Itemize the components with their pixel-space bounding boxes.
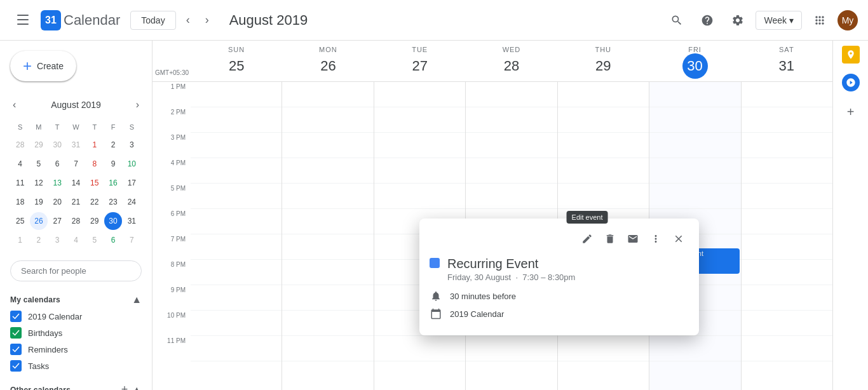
menu-button[interactable] [10,8,36,33]
hour-cell[interactable] [374,107,465,133]
hour-cell[interactable] [742,209,832,234]
mini-prev-button[interactable]: ‹ [10,97,18,113]
mini-cal-day[interactable]: 14 [67,174,85,192]
hour-cell[interactable] [282,336,373,361]
hour-cell[interactable] [558,336,649,361]
search-button[interactable] [664,8,689,33]
hour-cell[interactable] [742,133,832,158]
mini-cal-day[interactable]: 3 [49,231,66,249]
hour-cell[interactable] [742,184,832,209]
settings-button[interactable] [725,8,750,33]
hour-cell[interactable] [742,158,832,184]
hour-cell[interactable] [558,133,649,158]
mini-cal-day[interactable]: 5 [30,155,47,173]
mini-cal-day[interactable]: 31 [67,136,85,154]
hour-cell[interactable] [466,82,557,107]
close-popup-button[interactable] [668,229,689,249]
hour-cell[interactable] [282,158,373,184]
day-number[interactable]: 28 [499,53,524,79]
side-icon-1[interactable] [842,46,860,64]
hour-cell[interactable] [282,260,373,285]
hour-cell[interactable] [558,158,649,184]
mini-cal-day[interactable]: 4 [67,231,85,249]
mini-cal-day[interactable]: 3 [123,136,140,154]
view-selector[interactable]: Week ▾ [756,11,802,30]
hour-cell[interactable] [191,234,281,260]
side-icon-2[interactable] [842,74,860,91]
mini-next-button[interactable]: › [133,97,142,113]
hour-cell[interactable] [282,234,373,260]
hour-cell[interactable] [742,336,832,361]
hour-cell[interactable] [742,234,832,260]
mini-cal-day[interactable]: 1 [11,231,29,249]
calendar-checkbox[interactable] [10,311,22,322]
hour-cell[interactable] [191,107,281,133]
hour-cell[interactable] [466,184,557,209]
side-icon-3[interactable]: + [841,102,861,122]
mini-cal-day[interactable]: 31 [123,212,140,230]
mini-cal-day[interactable]: 26 [30,212,47,230]
mini-cal-day[interactable]: 28 [67,212,85,230]
hour-cell[interactable] [374,133,465,158]
hour-cell[interactable] [742,82,832,107]
mini-cal-day[interactable]: 25 [11,212,29,230]
mini-cal-day[interactable]: 1 [86,136,103,154]
add-other-calendar-button[interactable]: + [120,382,130,390]
hour-cell[interactable] [558,82,649,107]
search-people-input[interactable]: Search for people [10,260,142,281]
mini-cal-day[interactable]: 16 [104,174,121,192]
mini-cal-day[interactable]: 15 [86,174,103,192]
calendar-checkbox[interactable] [10,327,22,339]
day-number[interactable]: 25 [224,53,249,79]
day-number[interactable]: 31 [774,53,799,79]
mini-cal-day[interactable]: 7 [123,231,140,249]
hour-cell[interactable] [742,311,832,336]
hour-cell[interactable] [191,336,281,361]
mini-cal-day[interactable]: 30 [49,136,66,154]
mini-cal-day[interactable]: 20 [49,193,66,211]
prev-button[interactable]: ‹ [181,8,195,32]
hour-cell[interactable] [282,82,373,107]
mini-cal-day[interactable]: 28 [11,136,29,154]
hour-cell[interactable] [649,336,740,361]
hour-cell[interactable] [191,82,281,107]
day-number[interactable]: 26 [315,53,341,79]
hour-cell[interactable] [649,184,740,209]
hour-cell[interactable] [191,260,281,285]
hour-cell[interactable] [282,285,373,311]
mini-cal-day[interactable]: 7 [67,155,85,173]
other-calendars-toggle[interactable]: ▲ [132,382,142,390]
mini-cal-day[interactable]: 10 [123,155,140,173]
day-number[interactable]: 30 [682,53,708,79]
mini-cal-day[interactable]: 12 [30,174,47,192]
mini-cal-day[interactable]: 23 [104,193,121,211]
hour-cell[interactable] [282,209,373,234]
mini-cal-day[interactable]: 22 [86,193,103,211]
hour-cell[interactable] [466,336,557,361]
apps-button[interactable] [807,8,832,33]
hour-cell[interactable] [374,158,465,184]
next-button[interactable]: › [200,8,214,32]
mini-cal-day[interactable]: 24 [123,193,140,211]
mini-cal-day[interactable]: 8 [86,155,103,173]
hour-cell[interactable] [742,107,832,133]
day-number[interactable]: 27 [407,53,433,79]
mini-cal-day[interactable]: 6 [49,155,66,173]
hour-cell[interactable] [558,184,649,209]
hour-cell[interactable] [649,107,740,133]
mini-cal-day[interactable]: 2 [104,136,121,154]
list-item[interactable]: Reminders [0,341,152,358]
help-button[interactable] [695,8,720,33]
hour-cell[interactable] [282,311,373,336]
hour-cell[interactable] [191,209,281,234]
avatar[interactable]: My [837,10,858,30]
mini-cal-day[interactable]: 6 [104,231,121,249]
mini-cal-day[interactable]: 9 [104,155,121,173]
hour-cell[interactable] [742,260,832,285]
my-calendars-toggle[interactable]: ▲ [132,294,142,306]
mini-cal-day[interactable]: 5 [86,231,103,249]
hour-cell[interactable] [649,158,740,184]
mini-cal-day[interactable]: 18 [11,193,29,211]
hour-cell[interactable] [558,107,649,133]
mini-cal-day[interactable]: 29 [86,212,103,230]
